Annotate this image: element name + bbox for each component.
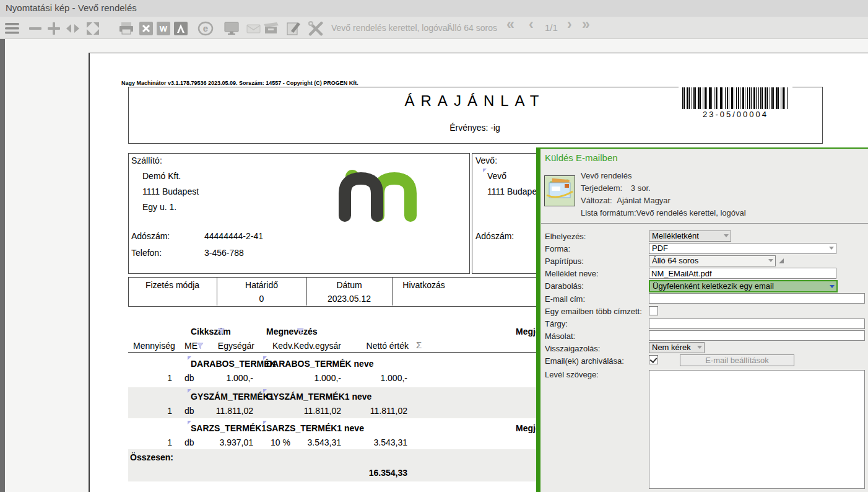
payment-mode-label: Fizetés módja [128, 280, 217, 290]
last-page-button[interactable]: » [582, 16, 590, 33]
item-name: GYSZÁM_TERMÉK1 neve [266, 392, 371, 402]
resize-grip-icon[interactable] [779, 258, 784, 263]
dialog-list-format-line: Lista formátum:Vevő rendelés kerettel, l… [581, 208, 746, 217]
cell-marker-icon [263, 421, 267, 424]
open-browser-icon[interactable]: e [197, 20, 214, 37]
due-label: Határidő [217, 280, 306, 290]
edit-icon[interactable] [285, 20, 302, 37]
paper-type-value: Álló 64 soros [652, 256, 698, 265]
archive-emails-label: Email(ek) archiválása: [545, 356, 624, 366]
extent-label: Terjedelem: [581, 183, 622, 193]
cell-marker-icon [188, 356, 191, 360]
zoom-out-icon[interactable] [27, 20, 45, 37]
col-header-name: Megnevezés [266, 327, 317, 336]
item-code: GYSZÁM_TERMÉK1 [191, 392, 274, 402]
format-label: Forma: [545, 244, 570, 253]
chevron-down-icon [829, 247, 834, 250]
application-window: Nyomtatási kép - Vevő rendelés W e [0, 0, 868, 492]
svg-text:e: e [203, 23, 208, 33]
total-value: 16.354,33 [341, 468, 407, 478]
split-combobox[interactable]: Ügyfelenként keletkezik egy email [649, 280, 838, 292]
paper-type-label: Papírtípus: [545, 257, 584, 266]
export-excel-icon[interactable] [137, 20, 155, 37]
archive-emails-checkbox[interactable] [649, 355, 658, 364]
message-body-textarea[interactable] [649, 370, 865, 489]
window-title: Nyomtatási kép - Vevő rendelés [6, 2, 137, 13]
filter-icon[interactable] [197, 341, 204, 352]
chevron-down-icon [830, 285, 835, 288]
dialog-left-border[interactable] [536, 147, 540, 492]
barcode-icon [682, 87, 788, 109]
cc-label: Másolat: [545, 332, 575, 341]
sum-sigma-icon: Σ [416, 340, 422, 350]
split-value: Ügyfelenként keletkezik egy email [653, 281, 774, 291]
format-combobox[interactable]: PDF [649, 243, 836, 254]
fit-width-icon[interactable] [64, 20, 82, 37]
menu-icon[interactable] [4, 20, 21, 37]
item-net: 11.811,02 [341, 406, 407, 416]
title-bar: Nyomtatási kép - Vevő rendelés [0, 0, 868, 17]
placement-label: Elhelyezés: [545, 232, 586, 241]
due-value: 0 [217, 294, 306, 304]
print-icon[interactable] [118, 20, 135, 37]
document-version-line: Nagy Machinátor v3.1.178.79536 2023.05.0… [121, 80, 358, 86]
filter-icon[interactable] [297, 327, 304, 338]
export-word-icon[interactable]: W [155, 20, 172, 37]
item-unit-price: 1.000,- [186, 373, 253, 383]
col-header-disc-price: Kedv.egysár [277, 341, 341, 351]
email-settings-button[interactable]: E-mail beállítások [680, 354, 794, 366]
item-disc-price: 11.811,02 [279, 406, 341, 416]
svg-text:W: W [160, 24, 168, 33]
company-logo-icon [337, 166, 418, 227]
subject-label: Tárgy: [545, 319, 568, 328]
next-page-button[interactable]: › [567, 16, 572, 33]
split-label: Darabolás: [545, 281, 584, 291]
supplier-tax-value: 44444444-2-41 [204, 231, 263, 241]
document-validity: Érvényes: -ig [128, 123, 822, 133]
view-display-icon[interactable] [223, 20, 240, 37]
col-header-unit: ME [184, 341, 197, 351]
placement-combobox[interactable]: Mellékletként [649, 231, 731, 242]
preview-margin-panel [5, 38, 89, 492]
item-name: DARABOS_TERMÉK neve [266, 359, 373, 369]
fit-page-icon[interactable] [84, 20, 102, 37]
list-format-label: Lista formátum: [581, 208, 636, 217]
confirmation-combobox[interactable]: Nem kérek [649, 342, 705, 353]
zoom-in-icon[interactable] [46, 20, 63, 37]
multi-recipient-checkbox[interactable] [649, 306, 658, 315]
filter-icon[interactable] [218, 327, 225, 338]
settings-icon[interactable] [307, 20, 324, 37]
customer-label: Vevő: [475, 156, 497, 165]
attachment-name-label: Melléklet neve: [545, 269, 599, 278]
supplier-tax-label: Adószám: [131, 231, 170, 241]
archive-icon[interactable] [263, 20, 280, 37]
email-document-icon [544, 175, 575, 206]
subject-input[interactable] [649, 318, 865, 329]
total-label: Összesen: [130, 452, 173, 462]
customer-tax-label: Adószám: [475, 231, 514, 241]
item-qty: 1 [142, 437, 172, 447]
export-pdf-icon[interactable] [172, 20, 189, 37]
supplier-label: Szállító: [131, 156, 162, 165]
item-net: 3.543,31 [341, 437, 407, 447]
barcode-text: 23-05/00004 [679, 110, 792, 119]
cc-input[interactable] [649, 330, 865, 341]
date-label: Dátum [306, 280, 392, 290]
toolbar-report-name: Vevő rendelés kerettel, logóval [331, 23, 449, 33]
item-qty: 1 [142, 373, 172, 383]
email-address-input[interactable] [649, 293, 865, 304]
variant-value: Ajánlat Magyar [617, 196, 671, 205]
cell-marker-icon [188, 389, 191, 393]
date-value: 2023.05.12 [306, 294, 392, 304]
barcode-block: 23-05/00004 [679, 85, 792, 118]
previous-page-button[interactable]: ‹ [529, 16, 534, 33]
col-header-net: Nettó érték [347, 341, 409, 351]
paper-type-combobox[interactable]: Álló 64 soros [649, 255, 776, 266]
send-email-icon[interactable] [245, 20, 263, 37]
first-page-button[interactable]: « [506, 16, 514, 33]
customer-city: 1111 Budapest [487, 187, 544, 196]
attachment-name-input[interactable] [649, 268, 836, 279]
col-header-unit-price: Egységár [205, 341, 254, 351]
dialog-variant-line: Változat: Ajánlat Magyar [581, 196, 671, 205]
placement-value: Mellékletként [652, 231, 699, 240]
